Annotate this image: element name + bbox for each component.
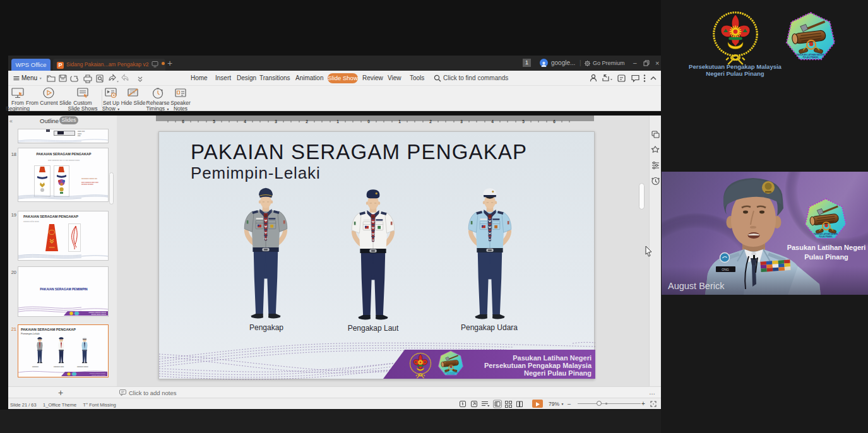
svg-text:1: 1 (398, 119, 401, 124)
svg-text:5: 5 (213, 119, 215, 124)
svg-text:Negeri Pulau Pinang: Negeri Pulau Pinang (524, 369, 592, 377)
svg-text:Pasukan Latihan Negeri: Pasukan Latihan Negeri (787, 244, 866, 251)
svg-text:August Berick: August Berick (668, 281, 725, 291)
svg-text:Pasukan Latihan Negeri: Pasukan Latihan Negeri (513, 354, 592, 362)
svg-text:xxxxxx xxxxx xxxxxx: xxxxxx xxxxx xxxxxx (92, 314, 107, 316)
svg-text:2: 2 (306, 119, 308, 124)
svg-text:1: 1 (336, 119, 339, 124)
svg-text:6: 6 (553, 119, 556, 124)
svg-text:0: 0 (367, 119, 370, 124)
svg-text:5: 5 (522, 119, 525, 124)
svg-text:Persekutuan Pengakap Malaysia: Persekutuan Pengakap Malaysia (484, 362, 592, 369)
svg-text:3: 3 (460, 119, 463, 124)
svg-text:4: 4 (491, 119, 494, 124)
svg-text:xxxxxx xxxxx xxxxxx: xxxxxx xxxxx xxxxxx (92, 374, 105, 376)
svg-text:6: 6 (182, 119, 184, 124)
svg-text:xxxxx: xxxxx (49, 246, 55, 249)
svg-text:Pulau Pinang: Pulau Pinang (804, 253, 848, 261)
svg-text:3: 3 (275, 119, 277, 124)
svg-text:4: 4 (244, 119, 246, 124)
svg-text:2: 2 (429, 119, 432, 124)
